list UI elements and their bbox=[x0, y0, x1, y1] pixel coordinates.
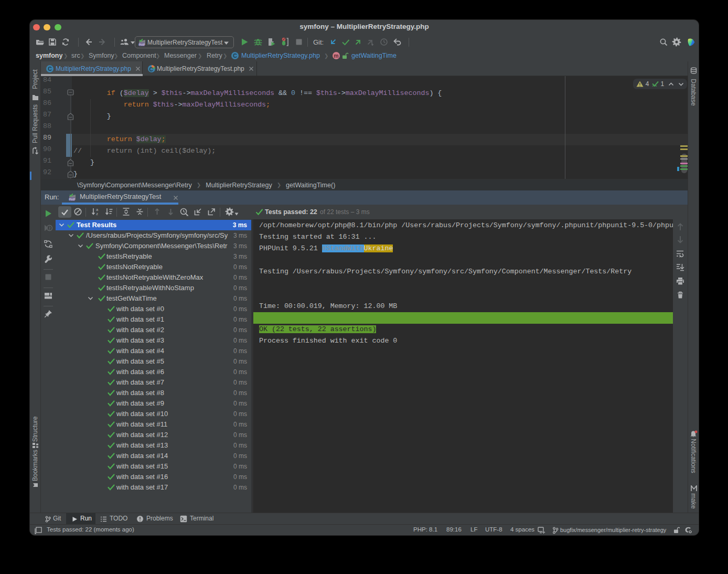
svg-text:PHP: PHP bbox=[138, 43, 145, 46]
svg-text:PHP: PHP bbox=[69, 198, 75, 201]
svg-text:C: C bbox=[233, 52, 237, 59]
svg-text:z: z bbox=[96, 211, 98, 216]
svg-text:C: C bbox=[48, 66, 52, 72]
svg-text:m: m bbox=[334, 52, 338, 59]
svg-text:C: C bbox=[149, 67, 153, 72]
